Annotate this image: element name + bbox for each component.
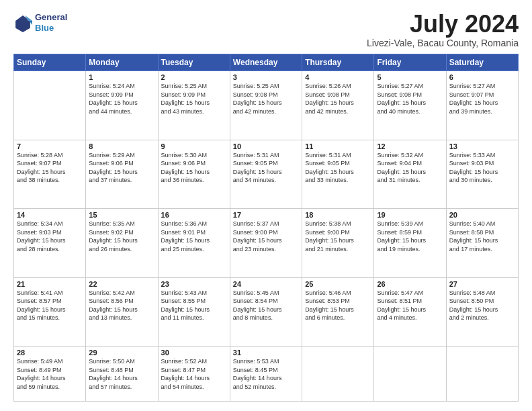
day-info: Sunrise: 5:30 AM Sunset: 9:06 PM Dayligh… xyxy=(161,151,227,185)
day-info: Sunrise: 5:25 AM Sunset: 9:08 PM Dayligh… xyxy=(233,82,299,116)
calendar-cell: 5Sunrise: 5:27 AM Sunset: 9:08 PM Daylig… xyxy=(374,71,446,140)
calendar-cell: 31Sunrise: 5:53 AM Sunset: 8:45 PM Dayli… xyxy=(230,347,302,402)
calendar-cell: 10Sunrise: 5:31 AM Sunset: 9:05 PM Dayli… xyxy=(230,140,302,209)
day-info: Sunrise: 5:27 AM Sunset: 9:07 PM Dayligh… xyxy=(449,82,515,116)
day-number: 25 xyxy=(305,280,371,288)
day-info: Sunrise: 5:26 AM Sunset: 9:08 PM Dayligh… xyxy=(305,82,371,116)
calendar-cell: 24Sunrise: 5:45 AM Sunset: 8:54 PM Dayli… xyxy=(230,277,302,347)
day-header-row: SundayMondayTuesdayWednesdayThursdayFrid… xyxy=(14,54,519,71)
day-number: 28 xyxy=(17,349,83,357)
day-number: 2 xyxy=(161,73,227,81)
calendar-cell: 26Sunrise: 5:47 AM Sunset: 8:51 PM Dayli… xyxy=(374,277,446,347)
day-number: 23 xyxy=(161,280,227,288)
month-year: July 2024 xyxy=(367,12,519,36)
day-number: 26 xyxy=(377,280,443,288)
logo-blue: Blue xyxy=(35,23,54,33)
day-header-monday: Monday xyxy=(86,54,158,71)
logo: General Blue xyxy=(13,12,67,33)
header: General Blue July 2024 Livezi-Vale, Baca… xyxy=(13,12,519,48)
day-info: Sunrise: 5:25 AM Sunset: 9:09 PM Dayligh… xyxy=(161,82,227,116)
day-info: Sunrise: 5:43 AM Sunset: 8:55 PM Dayligh… xyxy=(161,289,227,322)
day-number: 7 xyxy=(17,142,83,150)
day-info: Sunrise: 5:38 AM Sunset: 9:00 PM Dayligh… xyxy=(305,220,371,253)
day-info: Sunrise: 5:52 AM Sunset: 8:47 PM Dayligh… xyxy=(161,357,227,391)
day-header-friday: Friday xyxy=(374,54,446,71)
logo-general: General xyxy=(35,12,67,22)
day-number: 14 xyxy=(17,211,83,219)
day-info: Sunrise: 5:40 AM Sunset: 8:58 PM Dayligh… xyxy=(449,220,515,253)
day-number: 1 xyxy=(89,73,154,81)
calendar-cell: 4Sunrise: 5:26 AM Sunset: 9:08 PM Daylig… xyxy=(302,71,374,140)
calendar-cell: 19Sunrise: 5:39 AM Sunset: 8:59 PM Dayli… xyxy=(374,209,446,278)
day-info: Sunrise: 5:27 AM Sunset: 9:08 PM Dayligh… xyxy=(377,82,443,116)
day-info: Sunrise: 5:48 AM Sunset: 8:50 PM Dayligh… xyxy=(449,289,515,322)
week-row-2: 7Sunrise: 5:28 AM Sunset: 9:07 PM Daylig… xyxy=(14,140,519,209)
day-number: 9 xyxy=(161,142,227,150)
calendar-cell: 30Sunrise: 5:52 AM Sunset: 8:47 PM Dayli… xyxy=(158,347,230,402)
day-number: 3 xyxy=(233,73,299,81)
day-number: 27 xyxy=(449,280,515,288)
day-header-wednesday: Wednesday xyxy=(230,54,302,71)
calendar-cell: 13Sunrise: 5:33 AM Sunset: 9:03 PM Dayli… xyxy=(446,140,518,209)
day-number: 13 xyxy=(449,142,515,150)
calendar-cell xyxy=(302,347,374,402)
day-number: 8 xyxy=(89,142,154,150)
week-row-4: 21Sunrise: 5:41 AM Sunset: 8:57 PM Dayli… xyxy=(14,277,519,347)
calendar-cell: 12Sunrise: 5:32 AM Sunset: 9:04 PM Dayli… xyxy=(374,140,446,209)
calendar-cell: 29Sunrise: 5:50 AM Sunset: 8:48 PM Dayli… xyxy=(86,347,158,402)
day-info: Sunrise: 5:47 AM Sunset: 8:51 PM Dayligh… xyxy=(377,289,443,322)
calendar: SundayMondayTuesdayWednesdayThursdayFrid… xyxy=(13,54,519,402)
day-info: Sunrise: 5:46 AM Sunset: 8:53 PM Dayligh… xyxy=(305,289,371,322)
calendar-cell: 9Sunrise: 5:30 AM Sunset: 9:06 PM Daylig… xyxy=(158,140,230,209)
calendar-cell: 20Sunrise: 5:40 AM Sunset: 8:58 PM Dayli… xyxy=(446,209,518,278)
day-info: Sunrise: 5:24 AM Sunset: 9:09 PM Dayligh… xyxy=(89,82,154,116)
day-header-thursday: Thursday xyxy=(302,54,374,71)
day-number: 22 xyxy=(89,280,154,288)
calendar-cell xyxy=(446,347,518,402)
day-info: Sunrise: 5:39 AM Sunset: 8:59 PM Dayligh… xyxy=(377,220,443,253)
day-number: 30 xyxy=(161,349,227,357)
week-row-1: 1Sunrise: 5:24 AM Sunset: 9:09 PM Daylig… xyxy=(14,71,519,140)
day-number: 20 xyxy=(449,211,515,219)
day-number: 6 xyxy=(449,73,515,81)
calendar-cell: 14Sunrise: 5:34 AM Sunset: 9:03 PM Dayli… xyxy=(14,209,86,278)
day-info: Sunrise: 5:37 AM Sunset: 9:00 PM Dayligh… xyxy=(233,220,299,253)
calendar-cell: 25Sunrise: 5:46 AM Sunset: 8:53 PM Dayli… xyxy=(302,277,374,347)
calendar-cell: 11Sunrise: 5:31 AM Sunset: 9:05 PM Dayli… xyxy=(302,140,374,209)
calendar-cell: 7Sunrise: 5:28 AM Sunset: 9:07 PM Daylig… xyxy=(14,140,86,209)
day-number: 11 xyxy=(305,142,371,150)
day-info: Sunrise: 5:53 AM Sunset: 8:45 PM Dayligh… xyxy=(233,357,299,391)
day-number: 18 xyxy=(305,211,371,219)
calendar-cell: 28Sunrise: 5:49 AM Sunset: 8:49 PM Dayli… xyxy=(14,347,86,402)
calendar-cell: 2Sunrise: 5:25 AM Sunset: 9:09 PM Daylig… xyxy=(158,71,230,140)
day-header-sunday: Sunday xyxy=(14,54,86,71)
location: Livezi-Vale, Bacau County, Romania xyxy=(367,38,519,48)
week-row-3: 14Sunrise: 5:34 AM Sunset: 9:03 PM Dayli… xyxy=(14,209,519,278)
day-number: 16 xyxy=(161,211,227,219)
logo-icon xyxy=(13,13,32,32)
day-info: Sunrise: 5:49 AM Sunset: 8:49 PM Dayligh… xyxy=(17,357,83,391)
calendar-cell xyxy=(374,347,446,402)
calendar-cell: 22Sunrise: 5:42 AM Sunset: 8:56 PM Dayli… xyxy=(86,277,158,347)
day-info: Sunrise: 5:50 AM Sunset: 8:48 PM Dayligh… xyxy=(89,357,154,391)
week-row-5: 28Sunrise: 5:49 AM Sunset: 8:49 PM Dayli… xyxy=(14,347,519,402)
calendar-cell: 27Sunrise: 5:48 AM Sunset: 8:50 PM Dayli… xyxy=(446,277,518,347)
calendar-cell: 18Sunrise: 5:38 AM Sunset: 9:00 PM Dayli… xyxy=(302,209,374,278)
calendar-cell: 3Sunrise: 5:25 AM Sunset: 9:08 PM Daylig… xyxy=(230,71,302,140)
day-number: 21 xyxy=(17,280,83,288)
calendar-cell: 8Sunrise: 5:29 AM Sunset: 9:06 PM Daylig… xyxy=(86,140,158,209)
calendar-cell: 1Sunrise: 5:24 AM Sunset: 9:09 PM Daylig… xyxy=(86,71,158,140)
page: General Blue July 2024 Livezi-Vale, Baca… xyxy=(0,0,532,411)
day-number: 15 xyxy=(89,211,154,219)
day-info: Sunrise: 5:42 AM Sunset: 8:56 PM Dayligh… xyxy=(89,289,154,322)
day-info: Sunrise: 5:31 AM Sunset: 9:05 PM Dayligh… xyxy=(305,151,371,185)
day-info: Sunrise: 5:34 AM Sunset: 9:03 PM Dayligh… xyxy=(17,220,83,253)
day-number: 31 xyxy=(233,349,299,357)
calendar-cell: 23Sunrise: 5:43 AM Sunset: 8:55 PM Dayli… xyxy=(158,277,230,347)
day-info: Sunrise: 5:41 AM Sunset: 8:57 PM Dayligh… xyxy=(17,289,83,322)
calendar-cell: 15Sunrise: 5:35 AM Sunset: 9:02 PM Dayli… xyxy=(86,209,158,278)
calendar-cell: 16Sunrise: 5:36 AM Sunset: 9:01 PM Dayli… xyxy=(158,209,230,278)
calendar-cell: 17Sunrise: 5:37 AM Sunset: 9:00 PM Dayli… xyxy=(230,209,302,278)
calendar-cell xyxy=(14,71,86,140)
day-header-tuesday: Tuesday xyxy=(158,54,230,71)
